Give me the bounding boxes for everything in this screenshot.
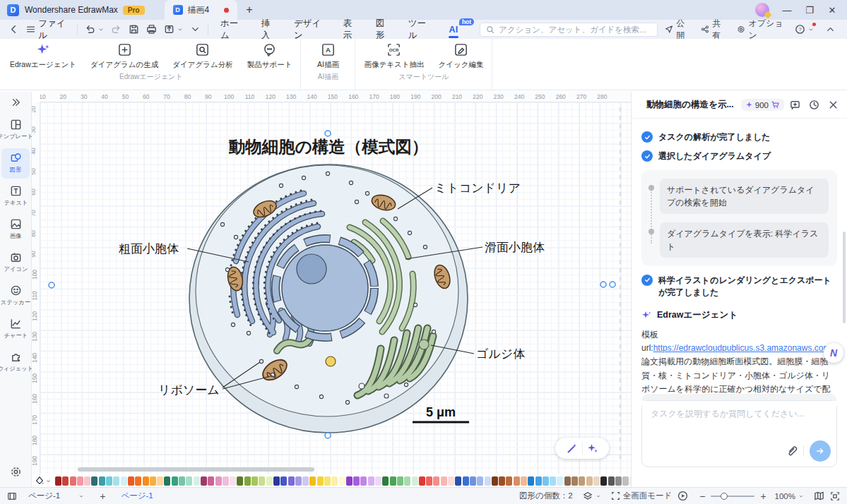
edraw-agent-button[interactable]: Edrawエージェント [10,42,76,70]
page-panel-button[interactable] [7,491,17,501]
label-rough-er[interactable]: 粗面小胞体 [119,242,179,256]
color-swatch[interactable] [353,476,360,486]
color-swatch[interactable] [521,476,527,486]
drawing-surface[interactable]: 動物細胞の構造（模式図） [40,102,631,476]
file-menu[interactable]: ファイル [26,18,70,42]
sidebar-item-icons[interactable]: アイコン [1,248,30,278]
color-swatch[interactable] [419,476,425,486]
color-swatch[interactable] [382,476,389,486]
color-swatch[interactable] [485,476,491,486]
quick-edit-button[interactable]: クイック編集 [438,42,483,70]
color-swatch[interactable] [615,476,622,486]
sidebar-item-stickers[interactable]: ステッカー [1,281,30,311]
menu-shapes[interactable]: 図形 [371,18,396,42]
label-golgi[interactable]: ゴルジ体 [476,347,525,361]
redo-button[interactable] [111,24,122,35]
color-swatch[interactable] [564,476,571,486]
search-input[interactable] [499,25,651,34]
color-swatch[interactable] [157,476,163,486]
color-swatch[interactable] [91,476,97,486]
color-swatch[interactable] [426,476,432,486]
back-button[interactable] [8,24,19,35]
color-swatch[interactable] [230,476,236,486]
color-swatch[interactable] [470,476,476,486]
color-swatch[interactable] [404,476,410,486]
present-button[interactable] [677,491,688,501]
color-swatch[interactable] [492,476,498,486]
canvas-horizontal-scrollbar[interactable] [78,467,314,472]
analyze-diagram-button[interactable]: ダイアグラム分析 [172,42,232,70]
color-swatch[interactable] [55,476,61,486]
menu-ai[interactable]: AI hot [444,25,463,35]
color-swatch[interactable] [302,476,309,486]
color-swatch[interactable] [550,476,556,486]
color-swatch[interactable] [477,476,483,486]
color-swatch[interactable] [70,476,76,486]
color-swatch[interactable] [288,476,295,486]
color-swatch[interactable] [164,476,170,486]
color-swatch[interactable] [622,476,629,486]
nucleus[interactable] [276,239,374,337]
expand-sidebar-button[interactable] [11,97,20,109]
zoom-slider-knob[interactable] [721,493,728,500]
menu-design[interactable]: デザイン [289,18,331,42]
attach-icon[interactable] [786,445,798,457]
color-swatch[interactable] [514,476,520,486]
ai-sparkle-icon[interactable] [587,443,598,454]
color-swatch[interactable] [244,476,251,486]
more-tools-chevron[interactable] [190,24,201,35]
n-assistant-button[interactable]: N [824,343,843,363]
color-swatch[interactable] [448,476,454,486]
color-swatch[interactable] [397,476,403,486]
sidebar-settings-button[interactable] [10,466,22,480]
product-support-button[interactable]: 製品サポート [247,42,292,70]
menu-tools[interactable]: ツール [403,18,437,42]
fit-to-screen-button[interactable] [830,491,840,501]
color-swatch[interactable] [223,476,229,486]
color-swatch[interactable] [528,476,534,486]
magic-wand-icon[interactable] [567,443,578,454]
template-url-link[interactable]: https://edrawcloudpublicus.s3.amazonaws.… [653,343,837,353]
color-swatch[interactable] [455,476,461,486]
sidebar-item-widgets[interactable]: ウィジェット [1,347,30,378]
color-swatch[interactable] [390,476,396,486]
color-swatch[interactable] [62,476,69,486]
sidebar-item-text[interactable]: テキスト [1,181,30,212]
sidebar-item-shapes[interactable]: 図形 [1,148,30,179]
generate-diagram-button[interactable]: ダイアグラムの生成 [90,42,158,70]
fill-color-button[interactable] [35,476,51,486]
color-swatch[interactable] [368,476,374,486]
color-swatch[interactable] [499,476,505,486]
color-swatch[interactable] [309,476,316,486]
page-tab[interactable]: ページ-1 [121,491,153,501]
color-swatch[interactable] [593,476,600,486]
menu-home[interactable]: ホーム [215,18,249,42]
page-selector[interactable]: ページ-1 [28,491,84,501]
layers-button[interactable] [583,491,601,501]
close-panel-icon[interactable] [828,100,839,110]
zoom-slider[interactable] [711,496,754,497]
color-swatch[interactable] [571,476,578,486]
color-swatch[interactable] [339,476,345,486]
color-swatch[interactable] [324,476,331,486]
color-swatch[interactable] [506,476,512,486]
user-avatar[interactable] [755,3,769,17]
print-button[interactable] [146,24,157,35]
color-swatch[interactable] [412,476,418,486]
options-button[interactable]: オプション [737,18,783,42]
color-swatch[interactable] [557,476,563,486]
sidebar-item-templates[interactable]: テンプレート [1,115,30,145]
color-swatch[interactable] [172,476,178,486]
color-swatch[interactable] [150,476,156,486]
color-swatch[interactable] [251,476,258,486]
sidebar-item-charts[interactable]: チャート [1,314,30,344]
color-swatch[interactable] [543,476,549,486]
color-swatch[interactable] [84,476,90,486]
ocr-extract-button[interactable]: OCR 画像テキスト抽出 [364,42,424,70]
add-page-button[interactable]: + [100,491,105,502]
credits-badge[interactable]: 900 [741,99,784,111]
sidebar-item-images[interactable]: 画像 [1,215,30,245]
zoom-in-button[interactable]: + [760,491,766,502]
save-button[interactable] [129,24,139,35]
zoom-out-button[interactable]: − [699,491,705,502]
